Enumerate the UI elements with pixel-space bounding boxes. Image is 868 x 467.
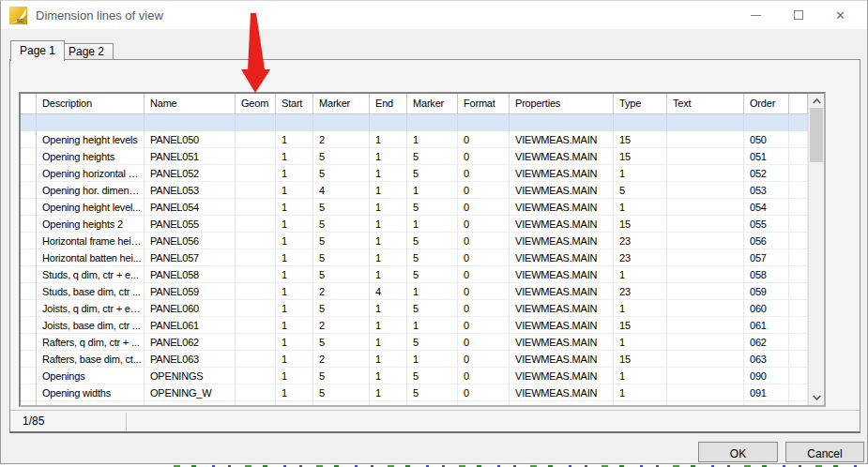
cell-marker1[interactable]: 5 xyxy=(313,165,370,182)
cell-description[interactable]: Studs, q dim, ctr + e... xyxy=(37,266,145,283)
cell-filler[interactable] xyxy=(789,351,808,368)
table-row[interactable]: Opening height level...PANEL05415150VIEW… xyxy=(21,199,808,216)
cell-name[interactable]: PANEL062 xyxy=(145,334,236,351)
cell-geom[interactable] xyxy=(236,368,276,384)
cell-rowhdr[interactable] xyxy=(21,182,37,199)
cell-end[interactable]: 1 xyxy=(370,165,407,182)
ok-button[interactable]: OK xyxy=(698,442,778,462)
cell-end[interactable]: 1 xyxy=(370,317,407,334)
cell-type[interactable]: 15 xyxy=(614,148,667,165)
cell-rowhdr[interactable] xyxy=(21,317,37,334)
table-row[interactable]: Joists, q dim, ctr + en...PANEL06015150V… xyxy=(21,300,808,317)
table-row[interactable]: Rafters, base dim, ct...PANEL06312110VIE… xyxy=(21,351,808,368)
cell-end[interactable]: 1 xyxy=(370,216,407,233)
column-header-start[interactable]: Start xyxy=(276,94,313,113)
cell-name[interactable]: PANEL061 xyxy=(145,317,236,334)
cell-order[interactable] xyxy=(744,114,789,131)
cell-geom[interactable] xyxy=(236,283,276,300)
cell-order[interactable]: 091 xyxy=(744,384,789,401)
cell-order[interactable]: 060 xyxy=(744,300,789,317)
cell-format[interactable]: 0 xyxy=(458,148,510,165)
cell-start[interactable]: 1 xyxy=(276,401,313,405)
cell-description[interactable]: Opening height levels xyxy=(37,131,145,148)
column-header-type[interactable]: Type xyxy=(614,94,667,113)
cell-marker2[interactable]: 5 xyxy=(407,300,458,317)
cell-end[interactable]: 1 xyxy=(370,131,407,148)
cell-end[interactable]: 1 xyxy=(370,384,407,401)
cell-description[interactable]: Opening hor. dimensi... xyxy=(37,182,145,199)
cell-order[interactable]: 056 xyxy=(744,233,789,249)
cell-description[interactable]: Joists, base dim, ctr ... xyxy=(37,317,145,334)
cell-marker1[interactable]: 4 xyxy=(313,182,370,199)
cell-marker2[interactable]: 5 xyxy=(407,401,458,405)
cell-description[interactable]: Opening horizontal di... xyxy=(37,165,145,182)
cell-filler[interactable] xyxy=(789,317,808,334)
cell-order[interactable]: 063 xyxy=(744,351,789,368)
cell-filler[interactable] xyxy=(789,148,808,165)
cell-format[interactable]: 0 xyxy=(458,131,510,148)
column-header-filler[interactable] xyxy=(789,94,808,113)
cell-text[interactable] xyxy=(667,266,744,283)
cell-name[interactable]: PANEL053 xyxy=(145,182,236,199)
cell-filler[interactable] xyxy=(789,266,808,283)
cell-order[interactable]: 052 xyxy=(744,165,789,182)
cell-geom[interactable] xyxy=(236,300,276,317)
cell-format[interactable]: 0 xyxy=(458,368,510,384)
cell-rowhdr[interactable] xyxy=(21,334,37,351)
cell-geom[interactable] xyxy=(236,165,276,182)
cell-rowhdr[interactable] xyxy=(21,401,37,405)
table-row[interactable]: Horizontal frame heig...PANEL05615150VIE… xyxy=(21,233,808,249)
cell-format[interactable]: 0 xyxy=(458,351,510,368)
cell-marker1[interactable]: 5 xyxy=(313,148,370,165)
cell-filler[interactable] xyxy=(789,233,808,249)
cell-type[interactable]: 23 xyxy=(614,233,667,249)
cell-type[interactable]: 1 xyxy=(614,199,667,216)
cell-description[interactable] xyxy=(37,114,145,131)
column-header-order[interactable]: Order xyxy=(744,94,789,113)
cell-format[interactable] xyxy=(458,114,510,131)
cell-start[interactable]: 1 xyxy=(276,182,313,199)
column-header-description[interactable]: Description xyxy=(37,94,145,113)
cell-geom[interactable] xyxy=(236,199,276,216)
cell-geom[interactable] xyxy=(236,114,276,131)
table-row[interactable]: Opening horizontal di...PANEL05215150VIE… xyxy=(21,165,808,182)
cell-description[interactable]: Rafters, base dim, ct... xyxy=(37,351,145,368)
cell-name[interactable]: PANEL054 xyxy=(145,199,236,216)
cell-order[interactable]: 051 xyxy=(744,148,789,165)
tab-page-2[interactable]: Page 2 xyxy=(59,43,114,60)
cell-name[interactable]: PANEL058 xyxy=(145,266,236,283)
cell-order[interactable]: 090 xyxy=(744,368,789,384)
cell-format[interactable]: 0 xyxy=(458,182,510,199)
cell-marker2[interactable]: 1 xyxy=(407,131,458,148)
cell-filler[interactable] xyxy=(789,182,808,199)
cell-text[interactable] xyxy=(667,384,744,401)
cell-description[interactable]: Opening heights xyxy=(37,401,145,405)
cell-format[interactable]: 0 xyxy=(458,216,510,233)
cell-marker1[interactable]: 5 xyxy=(313,199,370,216)
cell-text[interactable] xyxy=(667,216,744,233)
cell-type[interactable]: 1 xyxy=(614,300,667,317)
cell-text[interactable] xyxy=(667,182,744,199)
scrollbar-thumb[interactable] xyxy=(810,108,823,162)
cell-name[interactable] xyxy=(145,114,236,131)
cell-type[interactable]: 15 xyxy=(614,216,667,233)
cell-marker2[interactable]: 1 xyxy=(407,283,458,300)
cell-text[interactable] xyxy=(667,131,744,148)
cell-geom[interactable] xyxy=(236,216,276,233)
cell-filler[interactable] xyxy=(789,216,808,233)
cell-rowhdr[interactable] xyxy=(21,148,37,165)
cell-order[interactable]: 053 xyxy=(744,182,789,199)
cell-properties[interactable]: VIEWMEAS.MAIN xyxy=(510,233,614,249)
cell-type[interactable]: 15 xyxy=(614,351,667,368)
cell-filler[interactable] xyxy=(789,368,808,384)
column-header-name[interactable]: Name xyxy=(145,94,236,113)
cell-order[interactable]: 055 xyxy=(744,216,789,233)
cell-format[interactable]: 0 xyxy=(458,317,510,334)
cell-type[interactable]: 1 xyxy=(614,334,667,351)
cell-description[interactable]: Opening heights xyxy=(37,148,145,165)
table-row[interactable]: Opening heightsOPENING_H15150VIEWMEAS.MA… xyxy=(21,401,808,405)
cell-properties[interactable]: VIEWMEAS.MAIN xyxy=(510,165,614,182)
cell-name[interactable]: PANEL059 xyxy=(145,283,236,300)
cell-marker1[interactable]: 5 xyxy=(313,334,370,351)
cell-marker2[interactable]: 5 xyxy=(407,368,458,384)
